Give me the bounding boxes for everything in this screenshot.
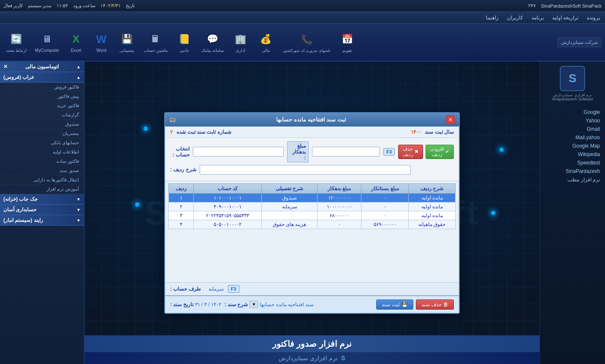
- amount-input[interactable]: [312, 147, 380, 156]
- sidebar-link-yahoo[interactable]: Yahoo: [543, 116, 602, 125]
- login-time-label: ساعت ورود: [73, 3, 95, 8]
- tool-excel[interactable]: X Excel: [65, 30, 87, 54]
- cell-credit-4: ۵۶۹۰۰۰۰۰۰: [361, 220, 409, 229]
- doc-desc-value: سند افتتاحیه مانده حسابها: [260, 302, 314, 307]
- tool-edari-label: اداری: [236, 48, 245, 53]
- sidebar-links: Google Yahoo Gmail Mail.yahoo Google Map…: [540, 106, 605, 186]
- tool-telephone-label: تلفنهای ضروری کد شهر/کشور: [283, 49, 331, 53]
- panel-item-entegal[interactable]: انتقال فاکتورها به دارایی: [0, 175, 84, 185]
- tool-hisab[interactable]: 📒 حانبی: [174, 30, 195, 54]
- tool-telephone[interactable]: 📞 تلفنهای ضروری کد شهر/کشور: [280, 30, 333, 54]
- panel-item-faknoorkhrid[interactable]: فاکنور خرید: [0, 101, 84, 111]
- sidebar-link-motb[interactable]: نرم افزار مطب: [543, 175, 602, 184]
- table-row[interactable]: مانده اولیه ۰ ۱۰۰۰۰۰۰۰۰۰ سرمایه ۴۰۹۰۰۰۱۰…: [169, 202, 456, 211]
- add-row-button[interactable]: ✔ افزودن ردیف: [426, 145, 454, 159]
- panel-header-print[interactable]: ▼ جک جاب (خزانه): [0, 194, 84, 205]
- panel-header-accounting[interactable]: ▼ حسابداری آسان: [0, 205, 84, 215]
- accounts-table: شرح ردیف مبلغ بستانکار مبلغ بدهکار شرح ت…: [168, 183, 456, 229]
- bottom-account-value: سرمایه: [209, 286, 224, 292]
- cell-debit-2: ۱۰۰۰۰۰۰۰۰۰: [317, 202, 361, 211]
- row-desc-input[interactable]: [200, 165, 411, 175]
- cell-code-3: ۲۰۲۲۴۵۳۱۵۹۰۵۵۵۳۳۳: [193, 211, 262, 220]
- tool-sms[interactable]: 💬 سامانه پیامک: [199, 30, 226, 54]
- panel-automation-title: اتوماسیون مالی: [25, 64, 58, 70]
- menu-item-0[interactable]: پرونده: [583, 14, 603, 22]
- delete-row-button[interactable]: ✖ حذف ردیف: [398, 145, 423, 159]
- panel-header-store[interactable]: ▼ رایند (سیستم انبار): [0, 215, 84, 226]
- row-desc-label: شرح ردیف :: [170, 167, 196, 173]
- window-number: ۲۴۷: [528, 3, 536, 8]
- sidebar-link-mailyahoo[interactable]: Mail.yahoo: [543, 133, 602, 142]
- table-row[interactable]: مانده اولیه ۰ ۶۸۰۰۰۰۰۰ ۲۰۲۲۴۵۳۱۵۹۰۵۵۵۳۳۳…: [169, 211, 456, 220]
- telephone-icon: 📞: [299, 32, 314, 47]
- panel-item-hesabbanki[interactable]: حسابهای بانکی: [0, 138, 84, 148]
- dialog-close-button[interactable]: ✕: [446, 116, 455, 124]
- dialog-info-row: سال ثبت سند ۱۴۰۰ شماره ثابت سند ثبت شده …: [165, 127, 459, 138]
- cell-credit-1: ۰: [361, 193, 409, 202]
- sidebar-link-googlemap[interactable]: Google Map: [543, 142, 602, 150]
- sidebar-link-wikipedia[interactable]: Wikipedia: [543, 150, 602, 159]
- panel-item-faktorSadeh[interactable]: فاکتور ساده: [0, 157, 84, 166]
- panel-item-gozareshat[interactable]: گزارشات: [0, 111, 84, 120]
- sidebar-link-google[interactable]: Google: [543, 108, 602, 116]
- system-manager: مدیر سیستم: [28, 3, 52, 8]
- menu-item-2[interactable]: برنامه: [528, 14, 547, 22]
- panel-item-amoozesh[interactable]: آموزش نرم افزار: [0, 185, 84, 194]
- dialog: ✕ ثبت سند افتتاحیه مانده حسابها 🗂 سال ثب…: [164, 112, 460, 314]
- panel-item-ettelaat[interactable]: اطلاعات اولیه: [0, 148, 84, 157]
- account-input[interactable]: [193, 147, 284, 156]
- sms-icon: 💬: [205, 32, 220, 47]
- cell-code-2: ۴۰۹۰۰۰۱۰۰۰۱: [193, 202, 262, 211]
- table-row[interactable]: حقوق ماهیانه ۵۶۹۰۰۰۰۰۰ ۰ هزینه های حقوق …: [169, 220, 456, 229]
- tool-ertebat[interactable]: 🔄 ارتباط مجدد: [3, 30, 29, 54]
- date-value: ۱۴۰۲ / ۴ / ۳۱: [195, 302, 221, 307]
- collapse-arrow-sales: ▲: [76, 75, 81, 80]
- doc-desc-dropdown[interactable]: ▼: [250, 301, 258, 308]
- panel-item-pishfaknoor[interactable]: پیش فاکنور: [0, 92, 84, 101]
- th-detail: شرح تفصیلی: [262, 183, 317, 193]
- toolbar: شرکت سیناپردازش 📅 تقویم 📞 تلفنهای ضروری …: [0, 24, 605, 62]
- menu-item-3[interactable]: کاربران: [504, 14, 526, 22]
- logo-box: S: [560, 66, 585, 91]
- delete-doc-button[interactable]: 🗑 حذف سند: [416, 299, 454, 310]
- tool-edari[interactable]: 🏢 اداری: [230, 30, 252, 54]
- dialog-form: ✔ افزودن ردیف ✖ حذف ردیف F3 مبلغ بدهکار …: [165, 138, 459, 181]
- add-row-icon: ✔: [445, 149, 449, 154]
- panel-print-title: جک جاب (خزانه): [3, 196, 38, 202]
- left-sidebar: S نرم افزاری سیناپردازش Sinapardazesh So…: [540, 62, 605, 364]
- panel-close-button[interactable]: ✕: [3, 64, 8, 70]
- cell-detail-2: سرمایه: [262, 202, 317, 211]
- tool-mycomputer[interactable]: 🖥 MyComputer: [33, 30, 62, 54]
- logo-symbol: S: [569, 72, 577, 85]
- panel-item-moshtariyan[interactable]: مشتریان: [0, 129, 84, 138]
- cell-desc-3: مانده اولیه: [409, 211, 456, 220]
- cell-debit-1: ۱۲۰۰۰۰۰۰۰: [317, 193, 361, 202]
- tool-mashin[interactable]: 🖩 ماشین حساب: [141, 30, 170, 54]
- app-title: SinaPardazeshSoft SinaPack: [541, 3, 602, 8]
- tool-tadvir[interactable]: 📅 تقویم: [336, 30, 358, 54]
- top-bar-left: تاریخ ۱۴۰۲/۴/۳۱ ساعت ورود ۱۱:۵۴ مدیر سیس…: [3, 3, 135, 8]
- menu-item-1[interactable]: تراریخه اولیه: [549, 14, 582, 22]
- menu-item-4[interactable]: راهنما: [483, 14, 502, 22]
- panel-item-sandoq[interactable]: صندوق: [0, 120, 84, 129]
- delete-row-icon: ✖: [415, 149, 418, 154]
- panel-header-sales[interactable]: ▲ عراب (فروس): [0, 72, 84, 83]
- th-code: کد حساب: [193, 183, 262, 193]
- panel-header-automation[interactable]: ▲ اتوماسیون مالی ✕: [0, 62, 84, 72]
- sidebar-link-gmail[interactable]: Gmail: [543, 125, 602, 133]
- mali-icon: 💰: [258, 32, 274, 47]
- mycomputer-icon: 🖥: [39, 32, 54, 47]
- register-doc-button[interactable]: 💾 ثبت سند: [376, 299, 413, 310]
- panel-item-faknoorfroosh[interactable]: فاکنور فروش: [0, 83, 84, 92]
- sidebar-link-sinapardazesh[interactable]: SinaPardazesh: [543, 167, 602, 175]
- tool-backup[interactable]: 💾 پشتیبانی: [116, 30, 138, 54]
- table-row[interactable]: مانده اولیه ۰ ۱۲۰۰۰۰۰۰۰ صندوق ۱۰۱۰۰۰۱۰۰۰…: [169, 193, 456, 202]
- sidebar-link-speedtest[interactable]: Speedtest: [543, 159, 602, 167]
- panel-item-sodoorSand[interactable]: صدور سند: [0, 166, 84, 175]
- th-credit: مبلغ بستانکار: [361, 183, 409, 193]
- menu-bar: پرونده تراریخه اولیه برنامه کاربران راهن…: [0, 12, 605, 24]
- tool-word[interactable]: W Word: [90, 30, 112, 54]
- toolbar-left: شرکت سیناپردازش: [557, 38, 602, 47]
- center-area: SinaPardazeshSoft ✕ ثبت سند افتتاحیه مان…: [84, 62, 540, 364]
- tool-mali[interactable]: 💰 مالی: [255, 30, 277, 54]
